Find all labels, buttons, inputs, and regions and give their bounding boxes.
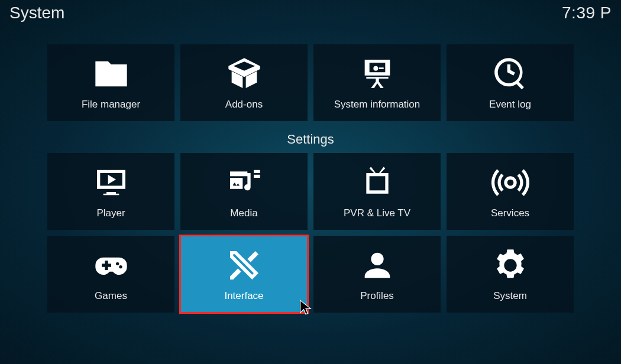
tile-add-ons[interactable]: Add-ons xyxy=(180,44,308,121)
tile-system[interactable]: System xyxy=(447,236,574,313)
game-controller-icon xyxy=(92,246,130,284)
tile-label: PVR & Live TV xyxy=(344,207,410,219)
folder-icon xyxy=(92,55,130,93)
settings-row-1: Player Media PVR & Live TV Services xyxy=(47,153,574,230)
presentation-icon xyxy=(358,55,396,93)
user-icon xyxy=(358,246,396,284)
tile-label: File manager xyxy=(82,99,140,110)
broadcast-icon xyxy=(491,164,529,202)
header: System 7:39 P xyxy=(0,0,621,22)
clock-search-icon xyxy=(491,55,529,93)
tile-media[interactable]: Media xyxy=(180,153,308,230)
tile-games[interactable]: Games xyxy=(47,236,174,313)
tile-services[interactable]: Services xyxy=(447,153,574,230)
media-icon xyxy=(225,164,263,202)
tv-antenna-icon xyxy=(358,164,396,202)
tile-label: Media xyxy=(230,207,257,219)
clock: 7:39 P xyxy=(562,4,612,22)
tile-profiles[interactable]: Profiles xyxy=(313,236,441,313)
tile-label: Event log xyxy=(489,99,531,110)
section-title: Settings xyxy=(287,132,334,147)
tile-label: Services xyxy=(491,207,529,219)
tile-label: Games xyxy=(95,290,127,302)
tile-label: Profiles xyxy=(360,290,394,302)
gear-wrench-icon xyxy=(491,246,529,284)
tile-event-log[interactable]: Event log xyxy=(447,44,574,121)
content: File manager Add-ons System information … xyxy=(0,44,621,313)
tile-file-manager[interactable]: File manager xyxy=(47,44,174,121)
tile-label: Add-ons xyxy=(225,99,263,110)
mouse-cursor-icon xyxy=(297,299,314,316)
tile-label: System xyxy=(493,290,527,302)
top-row: File manager Add-ons System information … xyxy=(47,44,574,121)
tile-pvr-live-tv[interactable]: PVR & Live TV xyxy=(313,153,441,230)
tile-system-information[interactable]: System information xyxy=(313,44,441,121)
tile-label: System information xyxy=(334,99,421,110)
tile-interface[interactable]: Interface xyxy=(180,236,308,313)
tile-label: Interface xyxy=(224,290,263,302)
tile-label: Player xyxy=(96,207,125,219)
tile-player[interactable]: Player xyxy=(47,153,174,230)
open-box-icon xyxy=(225,55,263,93)
design-tools-icon xyxy=(225,246,263,284)
page-title: System xyxy=(9,4,64,22)
monitor-play-icon xyxy=(92,164,130,202)
